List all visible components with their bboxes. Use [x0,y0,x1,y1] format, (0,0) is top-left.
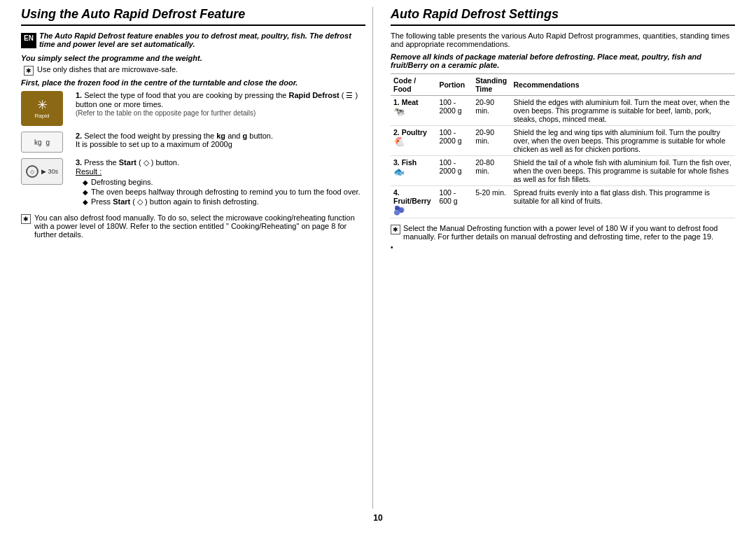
header-code-food: Code / Food [391,74,436,96]
cell-recommendations-2: Shield the tail of a whole fish with alu… [511,156,735,186]
step-1-num: 1. [76,91,82,99]
intro-block: EN The Auto Rapid Defrost feature enable… [21,31,365,48]
rapid-defrost-button: ✳ Rapid [21,91,63,126]
food-icon-3: 🫐 [393,205,405,216]
step-2-text: Select the food weight by pressing the [84,132,214,140]
diamond-text-2: The oven beeps halfway through defrostin… [91,188,360,196]
step-1-content: 1. Select the type of food that you are … [76,91,365,117]
step-2-and: and [227,132,240,140]
kg-label: kg [34,139,42,146]
manual-defrost-text: You can also defrost food manually. To d… [34,213,365,239]
step-1-refer: (Refer to the table on the opposite page… [76,109,255,117]
manual-defrost-icon: ✱ [21,214,31,224]
select-prog: You simply select the programme and the … [21,54,365,62]
start-bold-3: Start [113,197,130,206]
bottom-note: ✱ Select the Manual Defrosting function … [391,224,735,241]
steps-area: ✳ Rapid 1. Select the type of food that … [21,91,365,208]
step-2-row: kg g 2. Select the food weight by pressi… [21,132,365,153]
manual-defrost-note: ✱ You can also defrost food manually. To… [21,213,365,239]
step-1-bold: Rapid Defrost [289,91,340,99]
right-intro-2: Remove all kinds of package material bef… [391,52,735,69]
step-2-image: kg g [21,132,70,153]
cell-food-1: 2. Poultry 🐔 [391,126,436,156]
left-column: Using the Auto Rapid Defrost Feature EN … [21,7,373,509]
cell-portion-3: 100 - 600 g [436,186,472,218]
diamond-2: ◆ [83,188,88,196]
diamond-3: ◆ [83,198,88,206]
start-circle: ◇ [26,165,38,178]
table-row: 1. Meat 🐄 100 - 2000 g 20-90 min. Shield… [391,96,735,126]
cell-standing-time-1: 20-90 min. [472,126,510,156]
cell-food-3: 4. Fruit/Berry 🫐 [391,186,436,218]
page-number: 10 [21,509,735,527]
diamond-text-1: Defrosting begins. [91,178,153,186]
step-3-press: Press the [84,158,116,167]
step-2-num: 2. [76,132,82,140]
cell-recommendations-0: Shield the edges with aluminium foil. Tu… [511,96,735,126]
table-body: 1. Meat 🐄 100 - 2000 g 20-90 min. Shield… [391,96,735,218]
defrost-table: Code / Food Portion StandingTime Recomme… [391,73,735,218]
bottom-note-icon: ✱ [391,225,400,234]
food-name-0: 1. Meat [393,98,419,106]
microwave-safe-item: ✱ Use only dishes that are microwave-saf… [21,65,365,76]
diamond-1: ◆ [83,178,88,186]
cell-recommendations-3: Spread fruits evenly into a flat glass d… [511,186,735,218]
cell-portion-0: 100 - 2000 g [436,96,472,126]
step-2-content: 2. Select the food weight by pressing th… [76,132,365,148]
start-button: ◇ ▶ 30s [21,158,63,185]
cell-food-0: 1. Meat 🐄 [391,96,436,126]
cell-standing-time-0: 20-90 min. [472,96,510,126]
right-intro-2-text: Remove all kinds of package material bef… [391,52,701,69]
bottom-note-text: Select the Manual Defrosting function wi… [403,224,735,241]
step-3-image: ◇ ▶ 30s [21,158,70,185]
diamond-item-1: ◆ Defrosting begins. [83,178,365,186]
header-recommendations: Recommendations [511,74,735,96]
step-3-start: Start [119,158,136,167]
right-column: Auto Rapid Defrost Settings The followin… [387,7,735,509]
g-label: g [46,139,50,146]
start-label: ▶ 30s [41,168,58,175]
step-2-text2: button. [249,132,273,140]
step-3-symbol: ( ◇ ) button. [139,158,179,167]
right-section-title: Auto Rapid Defrost Settings [391,7,735,26]
header-portion: Portion [436,74,472,96]
table-row: 4. Fruit/Berry 🫐 100 - 600 g 5-20 min. S… [391,186,735,218]
step-2-note: It is possible to set up to a maximum of… [76,140,232,148]
food-name-3: 4. Fruit/Berry [393,188,431,205]
cell-food-2: 3. Fish 🐟 [391,156,436,186]
diamond-item-2: ◆ The oven beeps halfway through defrost… [83,188,365,196]
step-1-text: Select the type of food that you are coo… [84,91,286,99]
table-header-row: Code / Food Portion StandingTime Recomme… [391,74,735,96]
cell-recommendations-1: Shield the leg and wing tips with alumin… [511,126,735,156]
step-2-kg: kg [216,132,225,140]
right-intro-1: The following table presents the various… [391,31,735,48]
rapid-label: Rapid [35,113,50,119]
microwave-safe-text: Use only dishes that are microwave-safe. [37,65,178,73]
cell-standing-time-2: 20-80 min. [472,156,510,186]
food-icon-0: 🐄 [393,106,405,117]
food-icon-1: 🐔 [393,136,405,147]
table-row: 3. Fish 🐟 100 - 2000 g 20-80 min. Shield… [391,156,735,186]
food-name-1: 2. Poultry [393,128,427,136]
step-3-num: 3. [76,158,82,167]
intro-text: The Auto Rapid Defrost feature enables y… [39,31,365,48]
first-place: First, place the frozen food in the cent… [21,78,365,87]
en-badge: EN [21,33,36,48]
result-label: Result : [76,167,102,176]
diamond-item-3: ◆ Press Start ( ◇ ) button again to fini… [83,197,365,206]
step-2-g: g [243,132,248,140]
step-1-row: ✳ Rapid 1. Select the type of food that … [21,91,365,126]
step-3-row: ◇ ▶ 30s 3. Press the Start ( ◇ ) button.… [21,158,365,208]
header-standing-time: StandingTime [472,74,510,96]
cell-standing-time-3: 5-20 min. [472,186,510,218]
step-1-image: ✳ Rapid [21,91,70,126]
left-section-title: Using the Auto Rapid Defrost Feature [21,7,365,26]
table-row: 2. Poultry 🐔 100 - 2000 g 20-90 min. Shi… [391,126,735,156]
food-icon-2: 🐟 [393,167,405,177]
cell-portion-2: 100 - 2000 g [436,156,472,186]
dot-bullet: • [391,244,735,251]
food-name-2: 3. Fish [393,158,416,167]
rapid-icon: ✳ [37,99,48,111]
kg-g-button: kg g [21,132,63,153]
diamond-text-3: Press Start ( ◇ ) button again to finish… [91,197,259,206]
